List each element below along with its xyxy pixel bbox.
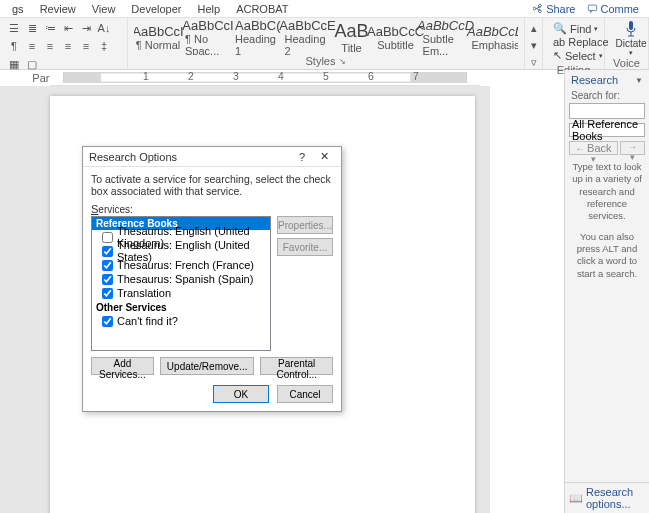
- service-label: Thesaurus: Spanish (Spain): [117, 273, 253, 285]
- dialog-title: Research Options: [89, 151, 291, 163]
- book-icon: 📖: [569, 492, 583, 505]
- style-card[interactable]: AaBbCcCSubtitle: [372, 20, 420, 55]
- style-card[interactable]: AaBbCcDSubtle Em...: [422, 20, 470, 55]
- update-remove-button[interactable]: Update/Remove...: [160, 357, 255, 375]
- research-options-link[interactable]: 📖Research options...: [565, 482, 649, 513]
- dictate-button[interactable]: Dictate ▾: [611, 20, 649, 57]
- pane-menu-icon[interactable]: ▼: [635, 76, 643, 85]
- style-card[interactable]: AaBTitle: [334, 20, 370, 55]
- service-checkbox[interactable]: [102, 232, 113, 243]
- list-item[interactable]: Thesaurus: English (United States): [92, 244, 270, 258]
- line-spacing-icon[interactable]: ‡: [96, 38, 112, 54]
- search-input[interactable]: [569, 103, 645, 119]
- svg-text:2: 2: [188, 71, 194, 82]
- group-label: Voice: [613, 57, 640, 69]
- cancel-button[interactable]: Cancel: [277, 385, 333, 403]
- search-icon: 🔍: [553, 22, 567, 35]
- align-center-icon[interactable]: ≡: [42, 38, 58, 54]
- style-card[interactable]: AaBbCcI¶ Normal: [134, 20, 182, 55]
- services-listbox[interactable]: Reference Books Thesaurus: English (Unit…: [91, 216, 271, 351]
- menu-item[interactable]: View: [84, 3, 124, 15]
- align-right-icon[interactable]: ≡: [60, 38, 76, 54]
- svg-text:6: 6: [368, 71, 374, 82]
- replace-button[interactable]: abReplace: [553, 36, 594, 48]
- favorite-button[interactable]: Favorite...: [277, 238, 333, 256]
- hint-text: Type text to look up in a variety of res…: [565, 157, 649, 227]
- back-button[interactable]: ← Back ▾: [569, 141, 618, 155]
- style-card[interactable]: AaBbCcEHeading 2: [284, 20, 332, 55]
- ok-button[interactable]: OK: [213, 385, 269, 403]
- list-section: Other Services: [92, 300, 270, 314]
- menu-item[interactable]: Review: [32, 3, 84, 15]
- reference-combo[interactable]: All Reference Books: [569, 123, 645, 137]
- service-checkbox[interactable]: [102, 246, 113, 257]
- find-button[interactable]: 🔍Find▾: [553, 22, 594, 35]
- shading-icon[interactable]: ▦: [6, 56, 22, 72]
- list-item[interactable]: Translation: [92, 286, 270, 300]
- justify-icon[interactable]: ≡: [78, 38, 94, 54]
- svg-text:3: 3: [233, 71, 239, 82]
- menu-item[interactable]: Help: [190, 3, 229, 15]
- service-label: Can't find it?: [117, 315, 178, 327]
- styles-group: AaBbCcI¶ NormalAaBbCcI¶ No Spac...AaBbC(…: [128, 18, 525, 69]
- style-card[interactable]: AaBbCcDEmphasis: [472, 20, 518, 55]
- add-services-button[interactable]: Add Services...: [91, 357, 154, 375]
- styles-expand: ▴ ▾ ▿: [525, 18, 543, 69]
- services-label: SServices:ervices:: [91, 201, 333, 216]
- select-button[interactable]: ↖Select▾: [553, 49, 594, 62]
- menu-item[interactable]: Developer: [123, 3, 189, 15]
- parental-control-button[interactable]: Parental Control...: [260, 357, 333, 375]
- numbering-icon[interactable]: ≣: [24, 20, 40, 36]
- align-left-icon[interactable]: ≡: [24, 38, 40, 54]
- svg-text:1: 1: [143, 71, 149, 82]
- svg-rect-1: [629, 21, 633, 30]
- hint-text: You can also press ALT and click a word …: [565, 227, 649, 284]
- bullets-icon[interactable]: ☰: [6, 20, 22, 36]
- svg-rect-3: [63, 73, 101, 82]
- service-label: Thesaurus: French (France): [117, 259, 254, 271]
- expand-styles-icon[interactable]: ▿: [526, 54, 542, 70]
- search-for-label: Search for:: [565, 90, 649, 101]
- voice-group: Dictate ▾ Voice: [605, 18, 649, 69]
- menu-bar: gs Review View Developer Help ACROBAT Sh…: [0, 0, 649, 18]
- list-item[interactable]: Thesaurus: French (France): [92, 258, 270, 272]
- style-card[interactable]: AaBbCcI¶ No Spac...: [184, 20, 232, 55]
- svg-text:5: 5: [323, 71, 329, 82]
- close-button[interactable]: ✕: [313, 148, 335, 166]
- service-checkbox[interactable]: [102, 274, 113, 285]
- scroll-down-icon[interactable]: ▾: [526, 37, 542, 53]
- svg-rect-0: [589, 5, 597, 11]
- indent-right-icon[interactable]: ⇥: [78, 20, 94, 36]
- help-button[interactable]: ?: [291, 148, 313, 166]
- research-options-dialog: Research Options ? ✕ To activate a servi…: [82, 146, 342, 412]
- service-checkbox[interactable]: [102, 260, 113, 271]
- service-label: Translation: [117, 287, 171, 299]
- ribbon: ☰ ≣ ≔ ⇤ ⇥ A↓ ¶ ≡ ≡ ≡ ≡ ‡ ▦ ▢ Paragraph↘ …: [0, 18, 649, 70]
- paragraph-group: ☰ ≣ ≔ ⇤ ⇥ A↓ ¶ ≡ ≡ ≡ ≡ ‡ ▦ ▢ Paragraph↘: [0, 18, 128, 69]
- comments-button[interactable]: Comme: [581, 3, 645, 15]
- share-button[interactable]: Share: [527, 3, 581, 15]
- style-card[interactable]: AaBbC(Heading 1: [234, 20, 282, 55]
- sort-icon[interactable]: A↓: [96, 20, 112, 36]
- properties-button[interactable]: Properties...: [277, 216, 333, 234]
- pane-title: Research: [571, 74, 618, 86]
- menu-item[interactable]: gs: [4, 3, 32, 15]
- menu-item[interactable]: ACROBAT: [228, 3, 296, 15]
- ruler[interactable]: 123 4567: [50, 70, 480, 86]
- list-item[interactable]: Thesaurus: Spanish (Spain): [92, 272, 270, 286]
- dialog-launcher-icon[interactable]: ↘: [339, 57, 346, 66]
- service-checkbox[interactable]: [102, 316, 113, 327]
- borders-icon[interactable]: ▢: [24, 56, 40, 72]
- list-item[interactable]: Can't find it?: [92, 314, 270, 328]
- show-marks-icon[interactable]: ¶: [6, 38, 22, 54]
- svg-text:7: 7: [413, 71, 419, 82]
- cursor-icon: ↖: [553, 49, 562, 62]
- microphone-icon: [624, 20, 638, 38]
- indent-left-icon[interactable]: ⇤: [60, 20, 76, 36]
- editing-group: 🔍Find▾ abReplace ↖Select▾ Editing: [543, 18, 605, 69]
- forward-button[interactable]: → ▾: [620, 141, 645, 155]
- group-label: Styles: [306, 55, 336, 67]
- scroll-up-icon[interactable]: ▴: [526, 20, 542, 36]
- multilevel-icon[interactable]: ≔: [42, 20, 58, 36]
- service-checkbox[interactable]: [102, 288, 113, 299]
